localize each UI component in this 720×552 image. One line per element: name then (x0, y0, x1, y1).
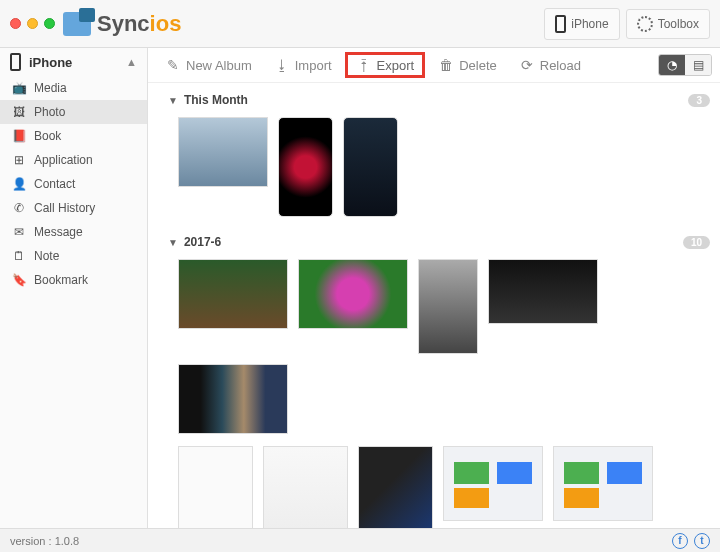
photo-thumbnail[interactable] (178, 259, 288, 329)
toolbar-label: New Album (186, 58, 252, 73)
sidebar-item-label: Book (34, 129, 61, 143)
sidebar-item-application[interactable]: ⊞Application (0, 148, 147, 172)
main-area: iPhone ▲ 📺Media 🖼Photo 📕Book ⊞Applicatio… (0, 48, 720, 528)
view-album-button[interactable]: ▤ (685, 55, 711, 75)
photo-scroll[interactable]: ▼ This Month 3 ▼ 2017-6 10 (148, 83, 720, 528)
minimize-window-button[interactable] (27, 18, 38, 29)
photo-thumbnail[interactable] (553, 446, 653, 521)
photo-thumbnail[interactable] (343, 117, 398, 217)
message-icon: ✉ (12, 225, 26, 239)
delete-button[interactable]: 🗑Delete (429, 52, 506, 78)
toolbar: ✎New Album ⭳Import ⭱Export 🗑Delete ⟳Relo… (148, 48, 720, 83)
note-icon: 🗒 (12, 249, 26, 263)
book-icon: 📕 (12, 129, 26, 143)
sidebar-item-note[interactable]: 🗒Note (0, 244, 147, 268)
titlebar: Syncios iPhone Toolbox (0, 0, 720, 48)
section-title: 2017-6 (184, 235, 221, 249)
photo-thumbnail[interactable] (418, 259, 478, 354)
photo-thumbnail[interactable] (178, 117, 268, 187)
sidebar-item-message[interactable]: ✉Message (0, 220, 147, 244)
sidebar-item-label: Media (34, 81, 67, 95)
export-button[interactable]: ⭱Export (345, 52, 426, 78)
thumb-row (178, 117, 710, 217)
eject-icon[interactable]: ▲ (126, 56, 137, 68)
thumb-row (178, 259, 710, 434)
sidebar-item-label: Photo (34, 105, 65, 119)
sidebar: iPhone ▲ 📺Media 🖼Photo 📕Book ⊞Applicatio… (0, 48, 148, 528)
media-icon: 📺 (12, 81, 26, 95)
section-title: This Month (184, 93, 248, 107)
photo-thumbnail[interactable] (298, 259, 408, 329)
sidebar-item-label: Contact (34, 177, 75, 191)
photo-thumbnail[interactable] (443, 446, 543, 521)
call-history-icon: ✆ (12, 201, 26, 215)
twitter-icon[interactable]: t (694, 533, 710, 549)
chevron-down-icon: ▼ (168, 237, 178, 248)
photo-thumbnail[interactable] (488, 259, 598, 324)
application-icon: ⊞ (12, 153, 26, 167)
photo-icon: 🖼 (12, 105, 26, 119)
device-selector-button[interactable]: iPhone (544, 8, 619, 40)
toolbox-label: Toolbox (658, 17, 699, 31)
footer: version : 1.0.8 f t (0, 528, 720, 552)
sidebar-item-label: Message (34, 225, 83, 239)
photo-thumbnail[interactable] (263, 446, 348, 528)
sidebar-item-bookmark[interactable]: 🔖Bookmark (0, 268, 147, 292)
sidebar-item-label: Application (34, 153, 93, 167)
syncios-icon (63, 12, 91, 36)
sidebar-item-media[interactable]: 📺Media (0, 76, 147, 100)
version-label: version : 1.0.8 (10, 535, 79, 547)
content: ✎New Album ⭳Import ⭱Export 🗑Delete ⟳Relo… (148, 48, 720, 528)
sidebar-item-call-history[interactable]: ✆Call History (0, 196, 147, 220)
view-toggle: ◔ ▤ (658, 54, 712, 76)
app-logo: Syncios (63, 11, 181, 37)
close-window-button[interactable] (10, 18, 21, 29)
export-icon: ⭱ (356, 57, 372, 73)
contact-icon: 👤 (12, 177, 26, 191)
app-name-a: Sync (97, 11, 150, 37)
window-controls (10, 18, 55, 29)
toolbox-button[interactable]: Toolbox (626, 9, 710, 39)
facebook-icon[interactable]: f (672, 533, 688, 549)
sidebar-item-photo[interactable]: 🖼Photo (0, 100, 147, 124)
sidebar-item-label: Bookmark (34, 273, 88, 287)
delete-icon: 🗑 (438, 57, 454, 73)
toolbar-label: Reload (540, 58, 581, 73)
sidebar-item-label: Note (34, 249, 59, 263)
import-icon: ⭳ (274, 57, 290, 73)
thumb-row (178, 446, 710, 528)
photo-thumbnail[interactable] (278, 117, 333, 217)
sidebar-item-contact[interactable]: 👤Contact (0, 172, 147, 196)
toolbar-label: Delete (459, 58, 497, 73)
app-name-b: ios (150, 11, 182, 37)
chevron-down-icon: ▼ (168, 95, 178, 106)
toolbar-label: Export (377, 58, 415, 73)
section-header-2017-6[interactable]: ▼ 2017-6 10 (168, 229, 710, 255)
toolbar-label: Import (295, 58, 332, 73)
photo-thumbnail[interactable] (358, 446, 433, 528)
view-time-button[interactable]: ◔ (659, 55, 685, 75)
sidebar-item-book[interactable]: 📕Book (0, 124, 147, 148)
bookmark-icon: 🔖 (12, 273, 26, 287)
phone-icon (555, 15, 566, 33)
new-album-button[interactable]: ✎New Album (156, 52, 261, 78)
photo-thumbnail[interactable] (178, 364, 288, 434)
new-album-icon: ✎ (165, 57, 181, 73)
sidebar-item-label: Call History (34, 201, 95, 215)
reload-icon: ⟳ (519, 57, 535, 73)
count-badge: 3 (688, 94, 710, 107)
phone-icon (10, 53, 21, 71)
sidebar-device-header[interactable]: iPhone ▲ (0, 48, 147, 76)
count-badge: 10 (683, 236, 710, 249)
photo-thumbnail[interactable] (178, 446, 253, 528)
sidebar-device-name: iPhone (29, 55, 72, 70)
device-label: iPhone (571, 17, 608, 31)
social-links: f t (672, 533, 710, 549)
maximize-window-button[interactable] (44, 18, 55, 29)
reload-button[interactable]: ⟳Reload (510, 52, 590, 78)
section-header-this-month[interactable]: ▼ This Month 3 (168, 87, 710, 113)
gear-icon (637, 16, 653, 32)
sidebar-list: 📺Media 🖼Photo 📕Book ⊞Application 👤Contac… (0, 76, 147, 292)
import-button[interactable]: ⭳Import (265, 52, 341, 78)
